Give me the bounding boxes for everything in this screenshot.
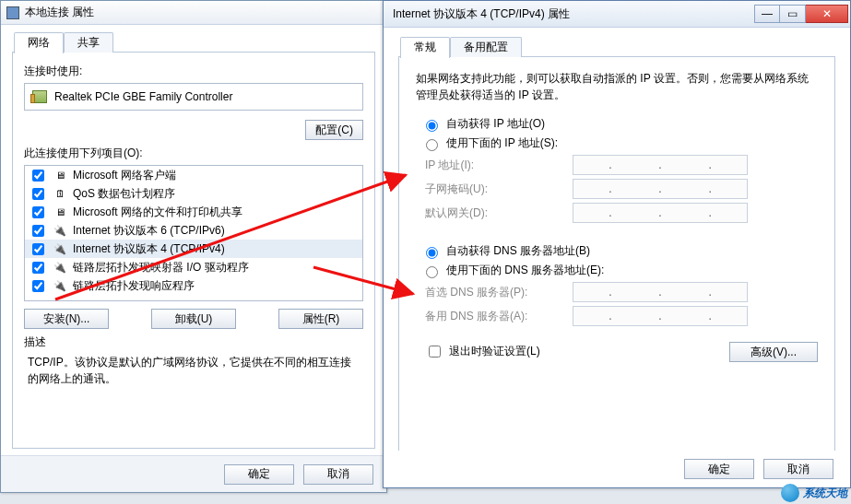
list-item-icon: 🗓 [53,187,67,200]
components-listbox[interactable]: 🖥Microsoft 网络客户端🗓QoS 数据包计划程序🖥Microsoft 网… [24,165,363,301]
window-buttons: — ▭ ✕ [754,5,848,23]
list-item-checkbox[interactable] [32,170,44,182]
ipv4-properties-dialog: Internet 协议版本 4 (TCP/IPv4) 属性 — ▭ ✕ 常规 备… [383,0,851,488]
network-panel: 连接时使用: Realtek PCIe GBE Family Controlle… [12,53,375,449]
cancel-button[interactable]: 取消 [763,459,833,479]
list-item-label: Microsoft 网络的文件和打印机共享 [73,205,242,220]
ip-manual-radio[interactable] [426,139,438,151]
uninstall-button[interactable]: 卸载(U) [151,309,236,329]
list-item-label: Internet 协议版本 4 (TCP/IPv4) [73,241,225,257]
list-item[interactable]: 🗓QoS 数据包计划程序 [25,184,362,203]
alt-dns-input[interactable]: ... [573,306,748,326]
properties-button[interactable]: 属性(R) [278,309,363,329]
maximize-button[interactable]: ▭ [780,5,806,23]
adapter-icon [32,90,47,103]
local-connection-properties-dialog: 本地连接 属性 网络 共享 连接时使用: Realtek PCIe GBE Fa… [0,0,387,493]
list-item[interactable]: 🔌链路层拓扑发现响应程序 [25,276,362,295]
nic-icon [6,6,19,19]
dialog-footer: 确定 取消 [1,455,386,492]
titlebar[interactable]: 本地连接 属性 [1,1,386,25]
list-item-icon: 🖥 [53,169,67,182]
items-label: 此连接使用下列项目(O): [24,146,363,161]
dns-auto-label: 自动获得 DNS 服务器地址(B) [446,243,590,259]
info-text: 如果网络支持此功能，则可以获取自动指派的 IP 设置。否则，您需要从网络系统管理… [416,70,818,103]
list-item-label: Microsoft 网络客户端 [73,168,176,183]
tab-alt-config[interactable]: 备用配置 [450,37,522,57]
ip-auto-radio[interactable] [426,120,438,132]
list-item[interactable]: 🔌链路层拓扑发现映射器 I/O 驱动程序 [25,258,362,276]
tab-network[interactable]: 网络 [14,32,64,53]
list-item-label: 链路层拓扑发现响应程序 [73,278,195,294]
description-label: 描述 [24,334,363,350]
dns-manual-radio[interactable] [426,266,438,278]
advanced-button[interactable]: 高级(V)... [729,342,818,362]
validate-label: 退出时验证设置(L) [449,344,540,359]
dialog-footer: 确定 取消 [384,451,850,487]
subnet-mask-input[interactable]: ... [573,179,748,199]
dialog-title: Internet 协议版本 4 (TCP/IPv4) 属性 [393,6,570,22]
dns-manual-label: 使用下面的 DNS 服务器地址(E): [446,263,604,278]
install-button[interactable]: 安装(N)... [24,309,109,329]
gateway-input[interactable]: ... [573,203,748,223]
tab-share[interactable]: 共享 [64,32,113,53]
ip-address-input[interactable]: ... [573,155,748,175]
pref-dns-label: 首选 DNS 服务器(P): [425,285,573,300]
watermark: 系统天地 [781,484,847,502]
dns-auto-radio[interactable] [426,247,438,259]
ip-address-label: IP 地址(I): [425,158,573,173]
titlebar[interactable]: Internet 协议版本 4 (TCP/IPv4) 属性 — ▭ ✕ [384,1,850,28]
configure-button[interactable]: 配置(C) [305,120,363,140]
list-item-label: 链路层拓扑发现映射器 I/O 驱动程序 [73,260,249,275]
list-item-icon: 🔌 [53,261,67,274]
list-item-icon: 🔌 [53,242,67,255]
cancel-button[interactable]: 取消 [303,464,373,485]
list-item-icon: 🔌 [53,279,67,292]
description-group: 描述 TCP/IP。该协议是默认的广域网络协议，它提供在不同的相互连接的网络上的… [24,334,363,387]
description-text: TCP/IP。该协议是默认的广域网络协议，它提供在不同的相互连接的网络上的通讯。 [24,352,363,387]
minimize-button[interactable]: — [754,5,780,23]
ip-manual-label: 使用下面的 IP 地址(S): [446,135,558,151]
general-panel: 如果网络支持此功能，则可以获取自动指派的 IP 设置。否则，您需要从网络系统管理… [398,57,835,455]
ip-auto-radio-row[interactable]: 自动获得 IP 地址(O) [421,116,818,132]
close-button[interactable]: ✕ [806,5,848,23]
list-item-icon: 🔌 [53,224,67,237]
pref-dns-input[interactable]: ... [573,282,748,302]
list-item-checkbox[interactable] [32,243,44,255]
dialog-title: 本地连接 属性 [25,5,94,20]
tabs: 网络 共享 [12,32,375,53]
ip-manual-radio-row[interactable]: 使用下面的 IP 地址(S): [421,135,818,151]
watermark-icon [781,484,799,502]
list-item[interactable]: 🔌Internet 协议版本 4 (TCP/IPv4) [25,240,362,258]
ok-button[interactable]: 确定 [224,464,294,485]
list-item-label: Internet 协议版本 6 (TCP/IPv6) [73,223,225,239]
watermark-text: 系统天地 [803,486,847,501]
gateway-label: 默认网关(D): [425,205,573,221]
tabs: 常规 备用配置 [398,37,835,57]
subnet-mask-label: 子网掩码(U): [425,182,573,197]
list-item[interactable]: 🖥Microsoft 网络客户端 [25,166,362,184]
list-item[interactable]: 🖥Microsoft 网络的文件和打印机共享 [25,203,362,221]
list-item[interactable]: 🔌Internet 协议版本 6 (TCP/IPv6) [25,221,362,240]
list-item-checkbox[interactable] [32,262,44,274]
alt-dns-label: 备用 DNS 服务器(A): [425,309,573,324]
connect-using-label: 连接时使用: [24,64,363,79]
list-item-checkbox[interactable] [32,225,44,237]
list-item-icon: 🖥 [53,205,67,218]
dns-auto-radio-row[interactable]: 自动获得 DNS 服务器地址(B) [421,243,818,259]
adapter-name: Realtek PCIe GBE Family Controller [54,90,232,103]
ip-auto-label: 自动获得 IP 地址(O) [446,116,545,132]
list-item-checkbox[interactable] [32,280,44,292]
list-item-checkbox[interactable] [32,188,44,200]
dns-manual-radio-row[interactable]: 使用下面的 DNS 服务器地址(E): [421,263,818,278]
adapter-box[interactable]: Realtek PCIe GBE Family Controller [24,83,363,111]
list-item-checkbox[interactable] [32,206,44,218]
list-item-label: QoS 数据包计划程序 [73,186,175,202]
ok-button[interactable]: 确定 [684,459,754,479]
validate-checkbox[interactable] [429,346,441,357]
tab-general[interactable]: 常规 [400,37,450,58]
